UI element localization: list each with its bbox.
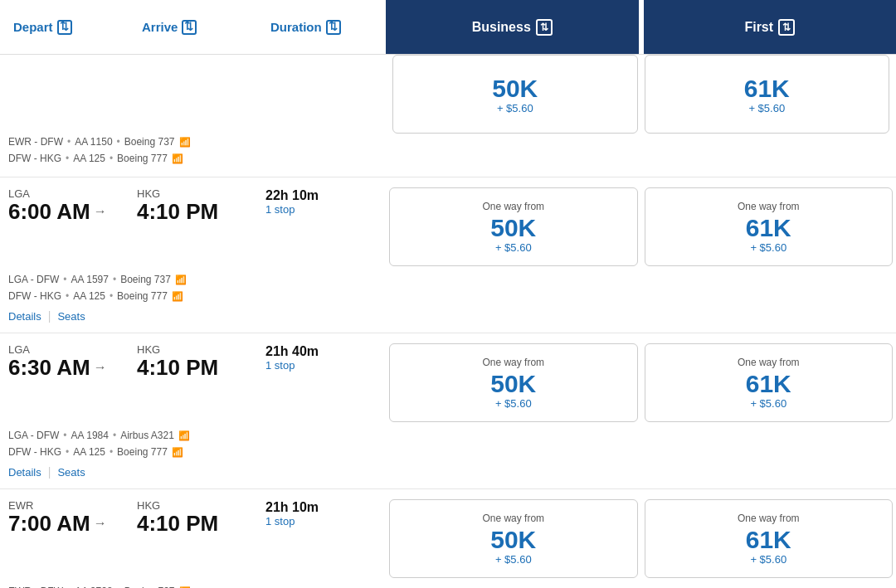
partial-route-2: DFW - HKG (8, 153, 61, 164)
depart-time-1: 6:30 AM (8, 356, 90, 380)
col-first: First ⇅ (644, 0, 897, 54)
wifi-2-0: 📶 (172, 291, 183, 302)
partial-plane-2: Boeing 777 (117, 153, 168, 164)
business-one-way-2: One way from (482, 513, 544, 524)
first-fee-0: + $5.60 (750, 241, 786, 254)
details-button-0[interactable]: Details (8, 310, 41, 323)
depart-label: Depart (13, 20, 53, 34)
flight-depart-1: LGA 6:30 AM → (0, 343, 129, 380)
plane-1-0: Boeing 737 (120, 274, 171, 285)
partial-flight-2: AA 125 (73, 153, 105, 164)
duration-sort-button[interactable]: Duration (270, 20, 341, 35)
arrive-sort-button[interactable]: Arrive (142, 20, 197, 35)
flight-duration-2: 21h 10m 1 stop (257, 499, 386, 527)
business-fee-0: + $5.60 (495, 241, 532, 254)
depart-time-2: 7:00 AM (8, 512, 90, 536)
flight-num-1-0: AA 1597 (71, 274, 109, 285)
flight-detail-1-0: LGA - DFW • AA 1597 • Boeing 737 📶 (0, 271, 896, 288)
depart-sort-button[interactable]: Depart (13, 20, 72, 35)
partial-dot-2: • (117, 136, 120, 148)
depart-time-0: 6:00 AM (8, 200, 90, 224)
col-depart: Depart (0, 0, 129, 54)
partial-first-card[interactable]: 61K + $5.60 (645, 55, 890, 134)
flight-depart-2: EWR 7:00 AM → (0, 499, 129, 536)
route-1-1: LGA - DFW (8, 430, 59, 441)
business-price-card-2[interactable]: One way from 50K + $5.60 (389, 499, 638, 578)
seats-button-0[interactable]: Seats (57, 310, 85, 323)
link-separator-0: | (48, 309, 51, 323)
first-label-text: First (744, 20, 773, 35)
route-2-1: DFW - HKG (8, 446, 61, 458)
stops-text-0: 1 stop (265, 203, 377, 216)
flight-detail-2-0: DFW - HKG • AA 125 • Boeing 777 📶 (0, 288, 896, 304)
first-header-label: First ⇅ (744, 19, 795, 36)
partial-plane-1: Boeing 737 (124, 136, 175, 148)
flight-num-1-1: AA 1984 (71, 430, 109, 441)
first-price-card-2[interactable]: One way from 61K + $5.60 (645, 499, 894, 578)
flight-num-2-0: AA 125 (73, 290, 105, 302)
flights-container: LGA 6:00 AM → HKG 4:10 PM 22h 10m 1 stop… (0, 177, 896, 588)
dot-3-0: • (66, 290, 69, 302)
first-miles-1: 61K (746, 370, 791, 397)
dot-2-1: • (113, 430, 116, 441)
duration-text-0: 22h 10m (265, 187, 377, 203)
first-one-way-0: One way from (738, 201, 800, 212)
flight-section-0: LGA 6:00 AM → HKG 4:10 PM 22h 10m 1 stop… (0, 177, 896, 333)
depart-time-row-2: 7:00 AM → (8, 512, 120, 536)
flight-main-row-1: LGA 6:30 AM → HKG 4:10 PM 21h 40m 1 stop… (0, 343, 896, 427)
business-price-card-1[interactable]: One way from 50K + $5.60 (389, 343, 638, 422)
business-miles-2: 50K (490, 526, 536, 553)
flight-arrive-1: HKG 4:10 PM (129, 343, 257, 380)
depart-code-1: LGA (8, 343, 120, 356)
business-sort-icon: ⇅ (536, 19, 553, 36)
dot-1-1: • (63, 430, 66, 441)
seats-button-1[interactable]: Seats (57, 466, 85, 479)
flight-section-2: EWR 7:00 AM → HKG 4:10 PM 21h 10m 1 stop… (0, 489, 896, 588)
duration-sort-icon (326, 20, 341, 35)
first-miles-0: 61K (746, 214, 791, 241)
arrow-icon-1: → (90, 360, 110, 375)
plane-2-1: Boeing 777 (117, 446, 168, 458)
first-one-way-1: One way from (738, 357, 800, 368)
partial-first-miles: 61K (744, 75, 790, 102)
flight-business-col-1: One way from 50K + $5.60 (386, 343, 641, 422)
partial-price-row: 50K + $5.60 61K + $5.60 (0, 55, 896, 134)
first-price-card-0[interactable]: One way from 61K + $5.60 (645, 187, 894, 266)
partial-business-card[interactable]: 50K + $5.60 (392, 55, 638, 134)
link-separator-1: | (48, 465, 51, 479)
partial-business-fee: + $5.60 (497, 102, 533, 114)
depart-code-2: EWR (8, 499, 120, 512)
partial-detail-row-1: EWR - DFW • AA 1150 • Boeing 737 📶 (0, 134, 896, 150)
partial-first-fee: + $5.60 (748, 102, 785, 114)
details-button-1[interactable]: Details (8, 466, 41, 479)
first-price-card-1[interactable]: One way from 61K + $5.60 (645, 343, 894, 422)
dot-1-0: • (63, 274, 66, 285)
arrow-icon-0: → (90, 204, 110, 219)
flight-arrive-0: HKG 4:10 PM (129, 187, 257, 224)
arrive-code-2: HKG (137, 499, 249, 512)
partial-detail-row-2: DFW - HKG • AA 125 • Boeing 777 📶 (0, 150, 896, 167)
flight-duration-1: 21h 40m 1 stop (257, 343, 386, 372)
flight-duration-0: 22h 10m 1 stop (257, 187, 386, 216)
dot-2-0: • (113, 274, 116, 285)
business-one-way-0: One way from (482, 201, 544, 212)
business-fee-2: + $5.60 (495, 553, 532, 566)
stops-text-1: 1 stop (265, 359, 377, 372)
arrow-icon-2: → (90, 516, 110, 531)
flight-main-row-0: LGA 6:00 AM → HKG 4:10 PM 22h 10m 1 stop… (0, 187, 896, 271)
business-miles-0: 50K (490, 214, 536, 241)
flight-business-col-2: One way from 50K + $5.60 (386, 499, 641, 578)
business-label-text: Business (472, 20, 531, 35)
partial-wifi-1: 📶 (179, 137, 191, 148)
arrive-time-0: 4:10 PM (137, 200, 249, 224)
partial-wifi-2: 📶 (172, 153, 183, 164)
links-row-0: Details | Seats (0, 304, 896, 333)
flight-business-col-0: One way from 50K + $5.60 (386, 187, 641, 266)
wifi-1-0: 📶 (175, 275, 187, 285)
business-price-card-0[interactable]: One way from 50K + $5.60 (389, 187, 638, 266)
partial-dot-3: • (66, 153, 69, 164)
business-header-label: Business ⇅ (472, 19, 553, 36)
main-container: Depart Arrive Duration Business ⇅ Fir (0, 0, 896, 588)
first-miles-2: 61K (746, 526, 791, 553)
first-sort-icon: ⇅ (778, 19, 795, 36)
